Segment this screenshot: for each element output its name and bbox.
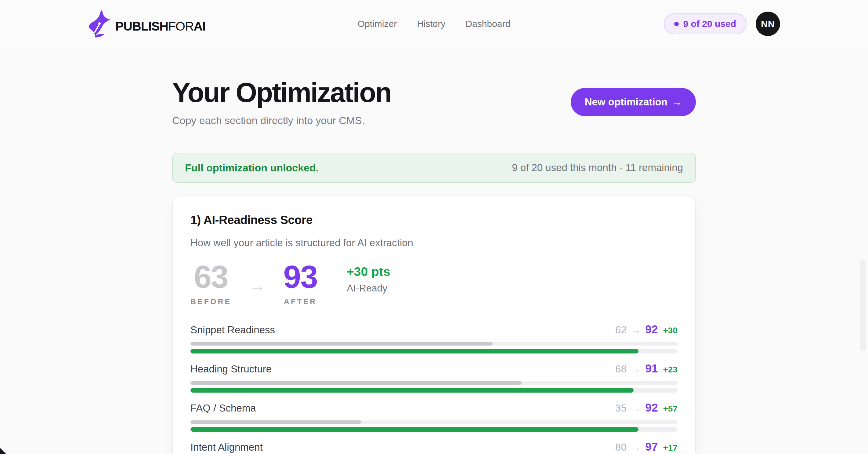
unlock-banner: Full optimization unlocked. 9 of 20 used… [172,153,696,183]
arrow-right-icon: → [249,276,266,295]
main-nav: Optimizer History Dashboard [358,0,510,48]
progress-track-before [190,342,678,345]
progress-track-after [190,349,678,353]
metric-delta: +23 [663,365,678,374]
score-before-block: 63 BEFORE [190,260,231,306]
page-title: Your Optimization [172,78,391,108]
metric-row-snippet-readiness: Snippet Readiness 62 → 92 +30 [190,323,678,353]
progress-fill-after [190,388,633,393]
metric-values: 35 → 92 +57 [615,401,678,414]
card-title: 1) AI-Readiness Score [190,213,678,227]
main-content: Your Optimization Copy each section dire… [172,78,696,454]
new-optimization-label: New optimization [585,96,668,108]
user-avatar[interactable]: NN [756,11,780,36]
metric-values: 62 → 92 +30 [615,323,678,336]
progress-fill-before [190,420,361,424]
brand-part-ai: AI [194,19,206,33]
metric-delta: +17 [663,443,678,453]
metric-before-value: 80 [615,441,627,453]
progress-track-after [190,388,678,393]
progress-fill-before [190,381,522,385]
score-after-value: 93 [283,260,317,293]
arrow-right-icon: → [631,442,641,453]
banner-usage-text: 9 of 20 used this month · 11 remaining [512,162,683,173]
metric-header: Heading Structure 68 → 91 +23 [190,362,678,375]
new-optimization-button[interactable]: New optimization → [571,88,696,116]
progress-fill-after [190,427,639,432]
mouse-cursor-icon [0,442,13,454]
progress-track-after [190,427,678,432]
hero-section: Your Optimization Copy each section dire… [172,78,696,126]
score-after-block: 93 AFTER [283,260,317,306]
usage-badge-label: 9 of 20 used [683,19,736,29]
metric-header: FAQ / Schema 35 → 92 +57 [190,401,678,414]
progress-fill-before [190,342,493,345]
page-subtitle: Copy each section directly into your CMS… [172,115,391,126]
metric-header: Snippet Readiness 62 → 92 +30 [190,323,678,336]
metric-header: Intent Alignment 80 → 97 +17 [190,441,678,453]
brand-part-for: FOR [168,19,194,33]
metric-label: Snippet Readiness [190,324,275,336]
pen-star-logo-icon [88,10,112,38]
metric-after-value: 97 [645,441,658,453]
nav-item-optimizer[interactable]: Optimizer [358,19,397,29]
gain-points: +30 pts [347,264,390,279]
metric-before-value: 62 [615,324,627,336]
metric-after-value: 92 [645,323,658,336]
progress-track-before [190,420,678,424]
nav-item-dashboard[interactable]: Dashboard [465,19,510,29]
metric-row-intent-alignment: Intent Alignment 80 → 97 +17 [190,441,678,454]
nav-item-history[interactable]: History [417,19,445,29]
brand-part-publish: PUBLISH [115,19,168,33]
metric-label: Intent Alignment [190,442,263,453]
arrow-right-icon: → [631,403,641,414]
metric-row-faq-schema: FAQ / Schema 35 → 92 +57 [190,401,678,432]
metric-delta: +30 [663,326,678,336]
score-before-label: BEFORE [190,297,231,306]
arrow-right-icon: → [631,325,641,336]
score-gain-block: +30 pts AI-Ready [347,264,390,294]
metric-after-value: 91 [645,362,658,375]
usage-quota-badge[interactable]: 9 of 20 used [664,13,747,34]
hero-text-block: Your Optimization Copy each section dire… [172,78,391,126]
metric-label: Heading Structure [190,363,272,375]
brand-name: PUBLISHFORAI [115,19,206,38]
brand-logo[interactable]: PUBLISHFORAI [88,10,206,38]
progress-track-before [190,381,678,385]
scrollbar-thumb[interactable] [860,260,866,351]
card-subtitle: How well your article is structured for … [190,237,678,249]
metrics-list: Snippet Readiness 62 → 92 +30 [190,323,678,454]
arrow-right-icon: → [631,364,641,375]
metric-after-value: 92 [645,401,658,414]
metric-values: 68 → 91 +23 [615,362,678,375]
metric-before-value: 68 [615,363,627,375]
progress-fill-after [190,349,639,353]
usage-dot-icon [674,22,679,26]
metric-label: FAQ / Schema [190,402,256,414]
banner-headline: Full optimization unlocked. [185,162,319,174]
score-comparison-row: 63 BEFORE → 93 AFTER +30 pts AI-Ready [190,260,678,306]
metric-row-heading-structure: Heading Structure 68 → 91 +23 [190,362,678,393]
metric-delta: +57 [663,404,678,414]
gain-status: AI-Ready [347,283,390,294]
app-header: PUBLISHFORAI Optimizer History Dashboard… [0,0,868,48]
ai-readiness-score-card: 1) AI-Readiness Score How well your arti… [172,196,696,454]
metric-values: 80 → 97 +17 [615,441,678,453]
score-after-label: AFTER [283,297,317,306]
score-before-value: 63 [190,260,231,293]
header-right-group: 9 of 20 used NN [664,11,780,36]
metric-before-value: 35 [615,402,627,414]
arrow-right-icon: → [672,96,682,108]
